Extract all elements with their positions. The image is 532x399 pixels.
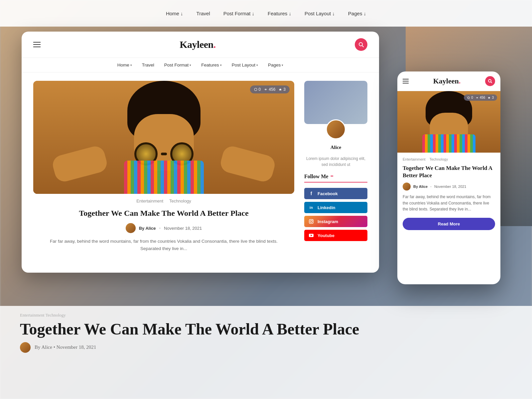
read-more-button[interactable]: Read More	[403, 218, 495, 230]
svg-marker-14	[488, 96, 490, 99]
mobile-header: Kayleen.	[397, 71, 500, 91]
linkedin-icon: in	[308, 204, 314, 210]
mobile-article-image: 0 456 3	[397, 91, 500, 153]
mobile-author-row: By Alice • November 18, 2021	[403, 183, 495, 191]
mobile-hamburger[interactable]	[403, 79, 409, 83]
article-bg	[33, 81, 294, 194]
nav-post-layout[interactable]: Post Layout ▾	[232, 63, 258, 67]
hamburger-menu[interactable]	[33, 42, 41, 47]
mobile-logo: Kayleen.	[433, 77, 461, 85]
background-bottom: Entertainment Technology Together We Can…	[0, 306, 532, 399]
mobile-categories: Entertainment Technology	[403, 157, 495, 161]
bg-nav-travel[interactable]: Travel	[197, 11, 210, 16]
main-article: 0 456 3 Entertainment Technology Togethe…	[33, 81, 294, 265]
article-stats: 0 456 3	[250, 85, 290, 93]
bg-nav-features[interactable]: Features ↓	[268, 11, 291, 16]
follow-me-title: Follow Me ···	[304, 173, 367, 183]
mobile-search-icon	[488, 79, 492, 83]
svg-point-3	[265, 89, 266, 90]
mobile-article-title: Together We Can Make The World A Better …	[403, 165, 495, 179]
search-icon	[358, 42, 364, 47]
mobile-date: November 18, 2021	[434, 185, 466, 189]
mobile-excerpt: Far far away, behind the word mountains,…	[403, 194, 495, 212]
svg-marker-4	[279, 88, 282, 91]
bg-tags: Entertainment Technology	[20, 313, 512, 318]
desktop-logo: Kayleen.	[180, 39, 216, 50]
bg-nav-post-layout[interactable]: Post Layout ↓	[305, 11, 335, 16]
article-title: Together We Can Make The World A Better …	[33, 208, 294, 218]
sidebar-author-name: Alice	[304, 145, 367, 150]
sidebar-avatar	[326, 119, 346, 139]
nav-home[interactable]: Home ▾	[117, 63, 132, 67]
author-avatar	[126, 223, 136, 233]
svg-point-12	[467, 97, 469, 99]
desktop-content: 0 456 3 Entertainment Technology Togethe…	[22, 72, 379, 273]
mobile-mockup: Kayleen. 0 456	[397, 71, 500, 284]
bg-nav-home[interactable]: Home ↓	[166, 11, 183, 16]
article-author-row: By Alice • November 18, 2021	[33, 223, 294, 233]
linkedin-button[interactable]: in Linkedin	[304, 202, 367, 213]
svg-point-13	[477, 97, 477, 98]
youtube-button[interactable]: Youtube	[304, 230, 367, 241]
youtube-icon	[308, 232, 314, 238]
svg-point-2	[254, 88, 257, 91]
mobile-avatar	[403, 183, 411, 191]
facebook-button[interactable]: f Facebook	[304, 188, 367, 199]
nav-travel[interactable]: Travel	[142, 63, 154, 67]
desktop-search-button[interactable]	[355, 38, 367, 51]
article-categories: Entertainment Technology	[33, 199, 294, 203]
nav-post-format[interactable]: Post Format ▾	[164, 63, 192, 67]
sidebar-image	[304, 81, 367, 124]
svg-line-1	[362, 46, 363, 47]
facebook-icon: f	[308, 191, 314, 197]
nav-pages[interactable]: Pages ▾	[268, 63, 283, 67]
sidebar: Alice Lorem ipsum dolor adipiscing elit,…	[304, 81, 367, 265]
desktop-mockup: Kayleen. Home ▾ Travel Post Format ▾ Fea…	[22, 32, 379, 273]
instagram-icon	[308, 218, 314, 224]
nav-features[interactable]: Features ▾	[201, 63, 221, 67]
social-buttons: f Facebook in Linkedin Instagram	[304, 188, 367, 241]
bg-author-meta: By Alice • November 18, 2021	[35, 344, 96, 350]
svg-point-7	[312, 220, 313, 221]
bg-nav-post-format[interactable]: Post Format ↓	[223, 11, 254, 16]
svg-rect-5	[309, 219, 313, 223]
desktop-nav: Home ▾ Travel Post Format ▾ Features ▾ P…	[22, 58, 379, 72]
article-excerpt: Far far away, behind the word mountains,…	[33, 238, 294, 252]
article-date: November 18, 2021	[164, 226, 202, 231]
bg-author-avatar	[20, 342, 31, 353]
desktop-header: Kayleen.	[22, 32, 379, 58]
author-name: By Alice	[139, 226, 156, 231]
svg-line-11	[491, 82, 492, 83]
bg-bottom-title: Together We Can Make The World A Better …	[20, 321, 512, 338]
instagram-button[interactable]: Instagram	[304, 216, 367, 227]
sidebar-excerpt: Lorem ipsum dolor adipiscing elit, sed i…	[304, 156, 367, 168]
svg-point-6	[310, 220, 312, 222]
bg-nav-pages[interactable]: Pages ↓	[348, 11, 366, 16]
mobile-search-button[interactable]	[485, 76, 495, 86]
mobile-stats: 0 456 3	[464, 94, 497, 101]
background-nav: Home ↓ Travel Post Format ↓ Features ↓ P…	[0, 0, 532, 27]
mobile-content: Entertainment Technology Together We Can…	[397, 153, 500, 235]
svg-point-10	[488, 79, 491, 82]
article-image: 0 456 3	[33, 81, 294, 194]
mobile-author-name: By Alice	[413, 185, 428, 189]
